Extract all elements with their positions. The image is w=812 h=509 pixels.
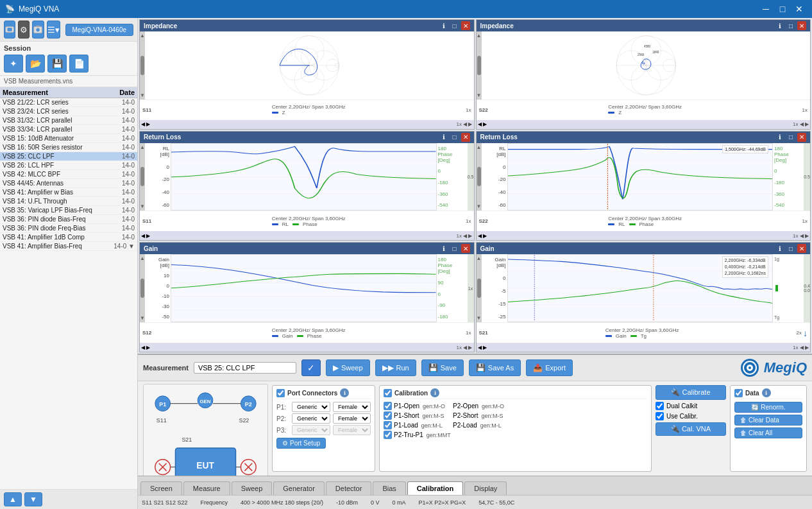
renorm-btn[interactable]: 🔄 Renorm. bbox=[734, 402, 802, 413]
chart-ml-max[interactable]: □ bbox=[450, 133, 459, 142]
nav-up-btn[interactable]: ▲ bbox=[4, 492, 22, 506]
port-connectors-check[interactable] bbox=[276, 389, 285, 397]
tab-display[interactable]: Display bbox=[464, 481, 507, 495]
save-btn[interactable]: 💾 Save bbox=[421, 359, 464, 376]
svg-text:S11: S11 bbox=[156, 417, 167, 424]
tab-measure[interactable]: Measure bbox=[183, 481, 230, 495]
chart-tl-info[interactable]: ℹ bbox=[439, 21, 448, 30]
chart-mr-info[interactable]: ℹ bbox=[775, 133, 784, 142]
chart-br-info[interactable]: ℹ bbox=[775, 244, 784, 253]
tab-screen[interactable]: Screen bbox=[140, 481, 182, 495]
save-session-btn[interactable]: 💾 bbox=[47, 55, 67, 73]
chart-ml-title: Return Loss bbox=[144, 134, 181, 141]
clear-all-btn[interactable]: 🗑 Clear All bbox=[734, 427, 802, 438]
meas-row-2[interactable]: VSB 31/32: LCR parallel14-0 bbox=[0, 116, 137, 125]
port-setup-btn[interactable]: ⚙ Port Setup bbox=[276, 438, 326, 449]
tab-sweep[interactable]: Sweep bbox=[232, 481, 273, 495]
chart-ml-close[interactable]: ✕ bbox=[461, 133, 470, 142]
port-p2-gender[interactable]: Female bbox=[333, 413, 371, 424]
port-connectors-info[interactable]: ℹ bbox=[340, 388, 349, 397]
meas-row-10[interactable]: VSB 41: Amplifier w Bias14-0 bbox=[0, 188, 137, 197]
meas-row-4[interactable]: VSB 15: 10dB Attenuator14-0 bbox=[0, 134, 137, 143]
tab-calibration[interactable]: Calibration bbox=[407, 481, 463, 495]
minimize-btn[interactable]: ─ bbox=[758, 1, 774, 17]
run-btn[interactable]: ▶▶ Run bbox=[375, 359, 416, 376]
port-p2-type[interactable]: Generic bbox=[292, 413, 330, 424]
port-p1-type[interactable]: Generic bbox=[292, 402, 330, 412]
sweep-btn[interactable]: ▶ Sweep bbox=[326, 359, 370, 376]
device-button[interactable]: MegiQ-VNA-0460e bbox=[65, 24, 133, 36]
svg-point-13 bbox=[301, 65, 317, 82]
nav-down-btn[interactable]: ▼ bbox=[24, 492, 42, 506]
cal-vna-btn[interactable]: 🔌 Cal. VNA bbox=[656, 422, 726, 436]
clear-data-btn[interactable]: 🗑 Clear Data bbox=[734, 415, 802, 426]
meas-row-3[interactable]: VSB 33/34: LCR parallel14-0 bbox=[0, 125, 137, 134]
menu-btn[interactable]: ☰▾ bbox=[47, 21, 60, 39]
chart-mr-max[interactable]: □ bbox=[786, 133, 795, 142]
chart-br-close[interactable]: ✕ bbox=[797, 244, 806, 253]
close-btn[interactable]: ✕ bbox=[791, 1, 807, 17]
p1-short-check[interactable] bbox=[384, 411, 392, 420]
chart-bl-info[interactable]: ℹ bbox=[439, 244, 448, 253]
p1-load-check[interactable] bbox=[384, 421, 392, 429]
export-btn[interactable]: 📤 Export bbox=[526, 359, 573, 376]
chart-tl-max[interactable]: □ bbox=[450, 21, 459, 30]
open-session-btn[interactable]: 📂 bbox=[26, 55, 45, 73]
new-session-btn[interactable]: ✦ bbox=[4, 55, 23, 73]
meas-row-16[interactable]: VSB 41: Amplifier Bias-Freq14-0 ▼ bbox=[0, 242, 137, 251]
meas-row-7[interactable]: VSB 26: LCL HPF14-0 bbox=[0, 161, 137, 170]
data-check[interactable] bbox=[734, 389, 743, 397]
maximize-btn[interactable]: □ bbox=[775, 1, 790, 17]
tab-bias[interactable]: Bias bbox=[373, 481, 405, 495]
meas-row-0[interactable]: VSB 21/22: LCR series14-0 bbox=[0, 98, 137, 107]
dual-calkit-check[interactable] bbox=[656, 402, 664, 410]
meas-row-6[interactable]: VSB 25: CLC LPF14-0 bbox=[0, 152, 137, 161]
meas-row-9[interactable]: VSB 44/45: Antennas14-0 bbox=[0, 179, 137, 188]
data-info[interactable]: ℹ bbox=[762, 388, 771, 397]
measurement-name-input[interactable] bbox=[194, 362, 296, 374]
connect-btn[interactable] bbox=[4, 21, 15, 39]
chart-bl-max[interactable]: □ bbox=[450, 244, 459, 253]
port-p1-gender[interactable]: Female bbox=[333, 402, 371, 412]
chart-returnloss-s22: Return Loss ℹ □ ✕ ▲▼ RL[dB] 0-20-40-60 bbox=[476, 131, 811, 241]
chart-tl-title: Impedance bbox=[144, 22, 177, 30]
screenshot-btn[interactable] bbox=[32, 21, 44, 39]
chart-bl-close[interactable]: ✕ bbox=[461, 244, 470, 253]
meas-row-1[interactable]: VSB 23/24: LCR series14-0 bbox=[0, 107, 137, 116]
port-connectors-title: Port Connectors bbox=[287, 390, 337, 397]
p1-open-check[interactable] bbox=[384, 402, 392, 410]
chart-ml-info[interactable]: ℹ bbox=[439, 133, 448, 142]
svg-text:GEN: GEN bbox=[199, 399, 210, 404]
p2-tru-p1-check[interactable] bbox=[384, 431, 392, 439]
tab-bar: ScreenMeasureSweepGeneratorDetectorBiasC… bbox=[138, 476, 812, 495]
svg-point-12 bbox=[301, 48, 317, 65]
use-calibr-check[interactable] bbox=[656, 412, 664, 420]
settings-btn[interactable]: ⚙ bbox=[18, 21, 30, 39]
meas-row-15[interactable]: VSB 41: Amplifier 1dB Comp14-0 bbox=[0, 233, 137, 242]
calibration-info[interactable]: ℹ bbox=[430, 388, 439, 397]
chart-br-max[interactable]: □ bbox=[786, 244, 795, 253]
sidebar-nav: ▲ ▼ bbox=[0, 489, 137, 509]
meas-row-14[interactable]: VSB 36: PIN diode Freq-Bias14-0 bbox=[0, 224, 137, 233]
meas-row-5[interactable]: VSB 16: 50R Series resistor14-0 bbox=[0, 143, 137, 152]
meas-row-8[interactable]: VSB 42: MLCC BPF14-0 bbox=[0, 170, 137, 179]
meas-row-13[interactable]: VSB 36: PIN diode Bias-Freq14-0 bbox=[0, 215, 137, 224]
confirm-btn[interactable]: ✓ bbox=[301, 359, 321, 376]
meas-row-12[interactable]: VSB 35: Varicap LPF Bias-Freq14-0 bbox=[0, 206, 137, 215]
tab-generator[interactable]: Generator bbox=[273, 481, 325, 495]
meas-row-11[interactable]: VSB 14: U.FL Through14-0 bbox=[0, 197, 137, 206]
calibration-check[interactable] bbox=[384, 389, 392, 397]
saveas-session-btn[interactable]: 📄 bbox=[69, 55, 89, 73]
chart-tr-close[interactable]: ✕ bbox=[797, 21, 806, 30]
calibrate-btn[interactable]: 🔌 Calibrate bbox=[656, 385, 726, 400]
chart-tr-info[interactable]: ℹ bbox=[775, 21, 784, 30]
tab-detector[interactable]: Detector bbox=[326, 481, 372, 495]
port-p3-type: Generic bbox=[292, 425, 330, 435]
chart-bl-title: Gain bbox=[144, 245, 158, 252]
chart-mr-close[interactable]: ✕ bbox=[797, 133, 806, 142]
controls-row: P1 GEN P2 S11 S21 S22 bbox=[138, 381, 812, 476]
saveas-btn[interactable]: 💾 Save As bbox=[469, 359, 521, 376]
chart-tl-close[interactable]: ✕ bbox=[461, 21, 470, 30]
chart-tr-max[interactable]: □ bbox=[786, 21, 795, 30]
chart-impedance-s22: Impedance ℹ □ ✕ ▲▼ bbox=[476, 19, 811, 130]
